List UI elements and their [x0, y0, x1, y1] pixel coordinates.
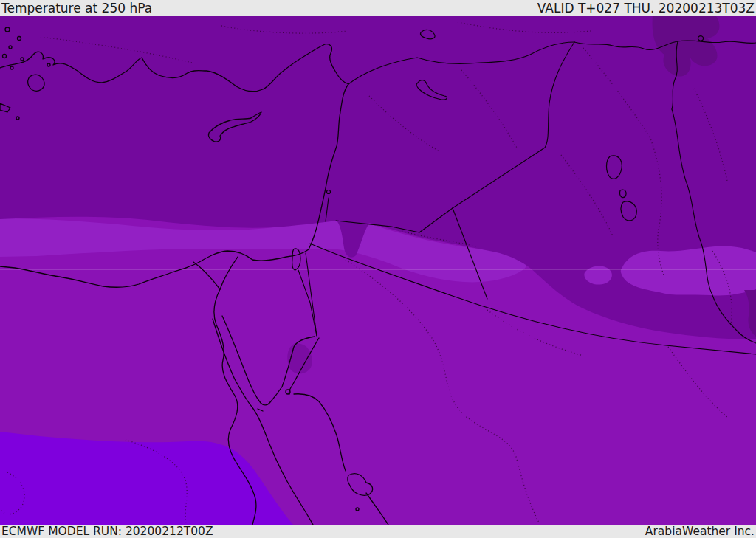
weather-map-screenshot: Temperature at 250 hPa VALID T+027 THU. … [0, 0, 756, 538]
map-canvas [0, 16, 756, 525]
temp-region-light-east-ribbon [621, 246, 756, 295]
map-title: Temperature at 250 hPa [1, 1, 152, 16]
valid-time-label: VALID T+027 THU. 20200213T03Z [537, 1, 755, 16]
model-run-label: ECMWF MODEL RUN: 20200212T00Z [1, 525, 213, 538]
brand-label: ArabiaWeather Inc. [645, 525, 755, 538]
footer-bar: ECMWF MODEL RUN: 20200212T00Z ArabiaWeat… [0, 525, 756, 538]
header-bar: Temperature at 250 hPa VALID T+027 THU. … [0, 0, 756, 16]
